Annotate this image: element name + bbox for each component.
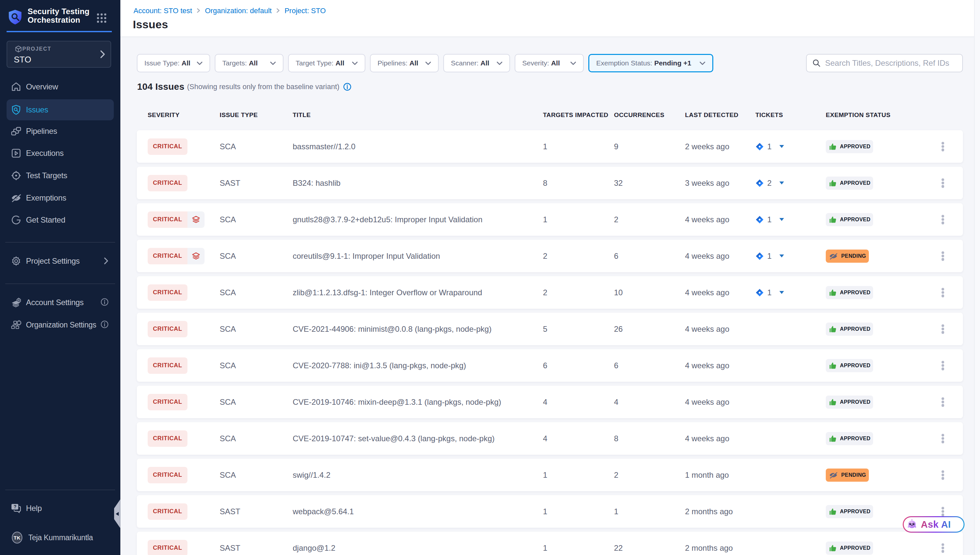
svg-text:?: ?: [13, 504, 16, 509]
